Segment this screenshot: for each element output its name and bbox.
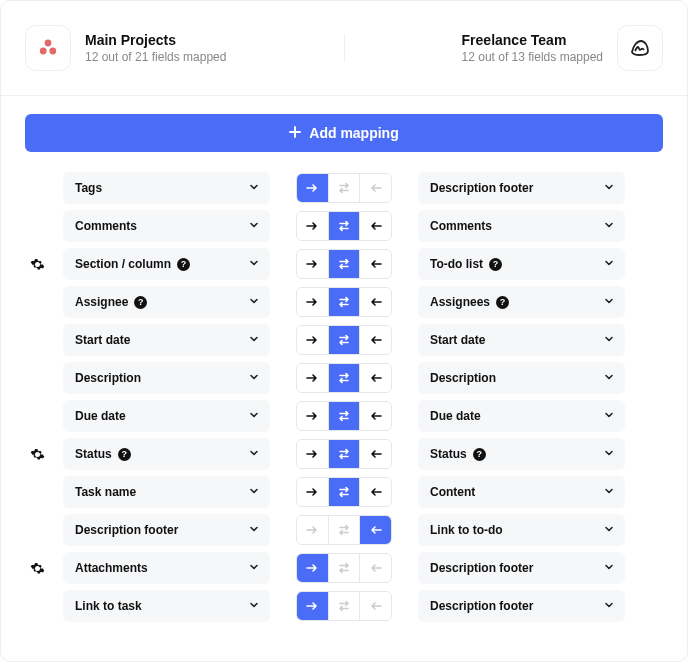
right-field-select[interactable]: Link to to-do <box>418 514 625 546</box>
help-icon: ? <box>496 296 509 309</box>
right-field-select[interactable]: Comments <box>418 210 625 242</box>
dir-right-button[interactable] <box>297 250 328 278</box>
dir-left-button[interactable] <box>359 326 391 354</box>
dir-left-button[interactable] <box>359 364 391 392</box>
row-trailing-empty <box>639 366 663 390</box>
right-field-select[interactable]: Description <box>418 362 625 394</box>
row-settings-empty <box>25 214 49 238</box>
direction-cell <box>284 553 404 583</box>
direction-toggle <box>296 211 392 241</box>
mapping-row: Task nameContent <box>25 476 663 508</box>
dir-right-button[interactable] <box>297 592 328 620</box>
right-field-select[interactable]: Status? <box>418 438 625 470</box>
dir-both-button[interactable] <box>328 326 360 354</box>
row-settings-empty <box>25 366 49 390</box>
left-field-select[interactable]: Description footer <box>63 514 270 546</box>
dir-right-button[interactable] <box>297 440 328 468</box>
left-field-label: Description footer <box>75 523 178 537</box>
dir-right-button[interactable] <box>297 326 328 354</box>
left-field-select[interactable]: Attachments <box>63 552 270 584</box>
divider <box>1 95 687 96</box>
right-project-sub: 12 out of 13 fields mapped <box>462 50 603 64</box>
chevron-down-icon <box>603 181 615 196</box>
dir-left-button[interactable] <box>359 212 391 240</box>
left-field-select[interactable]: Comments <box>63 210 270 242</box>
left-field-select[interactable]: Tags <box>63 172 270 204</box>
right-field-label: Description <box>430 371 496 385</box>
direction-cell <box>284 173 404 203</box>
chevron-down-icon <box>603 409 615 424</box>
dir-both-button <box>328 174 360 202</box>
direction-cell <box>284 477 404 507</box>
left-field-select[interactable]: Due date <box>63 400 270 432</box>
dir-both-button[interactable] <box>328 288 360 316</box>
left-field-select[interactable]: Section / column? <box>63 248 270 280</box>
mapping-row: DescriptionDescription <box>25 362 663 394</box>
dir-right-button[interactable] <box>297 174 328 202</box>
right-field-select[interactable]: Description footer <box>418 552 625 584</box>
add-mapping-label: Add mapping <box>309 125 398 141</box>
left-field-select[interactable]: Description <box>63 362 270 394</box>
dir-both-button[interactable] <box>328 402 360 430</box>
dir-right-button[interactable] <box>297 212 328 240</box>
row-trailing-empty <box>639 290 663 314</box>
dir-right-button[interactable] <box>297 402 328 430</box>
dir-left-button[interactable] <box>359 402 391 430</box>
right-field-select[interactable]: Content <box>418 476 625 508</box>
direction-toggle <box>296 477 392 507</box>
right-field-select[interactable]: Assignees? <box>418 286 625 318</box>
left-field-select[interactable]: Link to task <box>63 590 270 622</box>
chevron-down-icon <box>248 257 260 272</box>
right-field-select[interactable]: Description footer <box>418 172 625 204</box>
row-settings-button[interactable] <box>25 442 49 466</box>
dir-both-button[interactable] <box>328 250 360 278</box>
chevron-down-icon <box>248 485 260 500</box>
svg-point-1 <box>40 48 47 55</box>
row-settings-empty <box>25 290 49 314</box>
dir-right-button[interactable] <box>297 554 328 582</box>
dir-left-button[interactable] <box>359 288 391 316</box>
right-field-select[interactable]: Description footer <box>418 590 625 622</box>
left-field-select[interactable]: Start date <box>63 324 270 356</box>
dir-left-button[interactable] <box>359 516 391 544</box>
right-field-select[interactable]: Due date <box>418 400 625 432</box>
left-field-select[interactable]: Assignee? <box>63 286 270 318</box>
right-field-select[interactable]: Start date <box>418 324 625 356</box>
chevron-down-icon <box>248 219 260 234</box>
dir-both-button[interactable] <box>328 440 360 468</box>
left-field-select[interactable]: Task name <box>63 476 270 508</box>
row-settings-button[interactable] <box>25 556 49 580</box>
row-settings-empty <box>25 518 49 542</box>
chevron-down-icon <box>248 181 260 196</box>
dir-both-button[interactable] <box>328 478 360 506</box>
chevron-down-icon <box>248 295 260 310</box>
right-field-select[interactable]: To-do list? <box>418 248 625 280</box>
dir-left-button[interactable] <box>359 440 391 468</box>
dir-right-button[interactable] <box>297 364 328 392</box>
help-icon: ? <box>177 258 190 271</box>
mapping-row: Assignee?Assignees? <box>25 286 663 318</box>
add-mapping-button[interactable]: Add mapping <box>25 114 663 152</box>
direction-cell <box>284 591 404 621</box>
left-field-label: Tags <box>75 181 102 195</box>
row-settings-button[interactable] <box>25 252 49 276</box>
left-project-title: Main Projects <box>85 32 226 48</box>
left-project-sub: 12 out of 21 fields mapped <box>85 50 226 64</box>
dir-both-button[interactable] <box>328 212 360 240</box>
row-trailing-empty <box>639 556 663 580</box>
direction-cell <box>284 325 404 355</box>
dir-both-button <box>328 554 360 582</box>
dir-left-button[interactable] <box>359 478 391 506</box>
chevron-down-icon <box>603 333 615 348</box>
dir-right-button[interactable] <box>297 288 328 316</box>
left-field-select[interactable]: Status? <box>63 438 270 470</box>
asana-icon <box>25 25 71 71</box>
chevron-down-icon <box>603 295 615 310</box>
right-field-label: Description footer <box>430 181 533 195</box>
left-field-label: Assignee <box>75 295 128 309</box>
row-trailing-empty <box>639 480 663 504</box>
row-trailing-empty <box>639 252 663 276</box>
dir-both-button[interactable] <box>328 364 360 392</box>
dir-left-button[interactable] <box>359 250 391 278</box>
dir-right-button[interactable] <box>297 478 328 506</box>
